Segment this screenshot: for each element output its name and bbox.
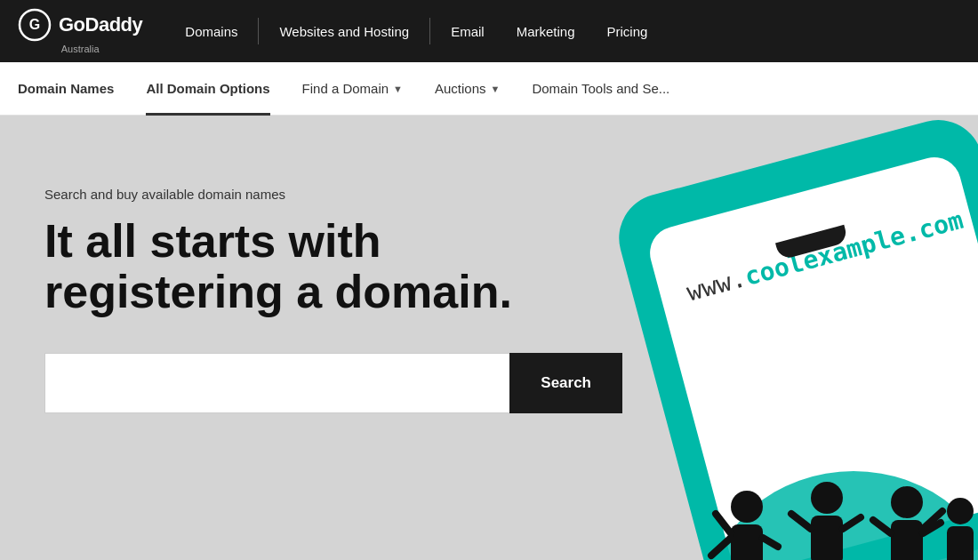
logo-subtitle: Australia (61, 44, 100, 54)
logo-text: GoDaddy (59, 13, 142, 36)
nav-link-domains[interactable]: Domains (169, 0, 253, 62)
hero-section: Search and buy available domain names It… (0, 116, 978, 560)
phone-url: www.coolexample.com (684, 205, 966, 308)
hero-subtitle: Search and buy available domain names (44, 187, 622, 202)
nav-link-email[interactable]: Email (435, 0, 501, 62)
subnav-domain-names[interactable]: Domain Names (18, 62, 130, 116)
subnav-auctions-label: Auctions (435, 81, 486, 96)
subnav-domain-names-label: Domain Names (18, 81, 114, 96)
svg-point-8 (811, 482, 843, 514)
chevron-down-icon-2: ▼ (491, 84, 501, 94)
nav-divider-1 (258, 18, 259, 44)
subnav-all-domain-options[interactable]: All Domain Options (130, 62, 285, 116)
svg-rect-9 (811, 516, 843, 560)
nav-link-pricing[interactable]: Pricing (591, 0, 664, 62)
svg-point-3 (731, 491, 763, 523)
svg-rect-13 (891, 520, 923, 560)
svg-text:G: G (29, 17, 40, 32)
people-illustration (676, 418, 978, 560)
domain-search-input[interactable] (44, 353, 509, 413)
top-navigation: G GoDaddy Australia Domains Websites and… (0, 0, 978, 62)
phone-illustration: www.coolexample.com (587, 151, 978, 560)
subnav-find-a-domain-label: Find a Domain (302, 81, 389, 96)
phone-url-teal: coolexample.com (742, 205, 966, 292)
svg-point-12 (891, 486, 923, 518)
hero-title: It all starts with registering a domain. (44, 216, 578, 317)
nav-link-websites-hosting[interactable]: Websites and Hosting (263, 0, 425, 62)
subnav-all-domain-options-label: All Domain Options (146, 81, 269, 96)
sub-navigation: Domain Names All Domain Options Find a D… (0, 62, 978, 116)
chevron-down-icon: ▼ (393, 84, 403, 94)
nav-link-marketing[interactable]: Marketing (501, 0, 591, 62)
nav-divider-2 (429, 18, 430, 44)
top-nav-links: Domains Websites and Hosting Email Marke… (169, 0, 960, 62)
svg-rect-18 (947, 526, 974, 560)
logo-icon: G GoDaddy (18, 8, 142, 42)
svg-point-17 (947, 498, 974, 524)
svg-line-7 (716, 514, 731, 533)
hero-content: Search and buy available domain names It… (44, 187, 622, 413)
subnav-domain-tools[interactable]: Domain Tools and Se... (516, 62, 685, 116)
svg-rect-4 (731, 524, 763, 560)
subnav-domain-tools-label: Domain Tools and Se... (532, 81, 669, 96)
subnav-auctions[interactable]: Auctions ▼ (419, 62, 516, 116)
subnav-find-a-domain[interactable]: Find a Domain ▼ (286, 62, 419, 116)
search-button[interactable]: Search (509, 353, 622, 413)
godaddy-logo-icon: G (18, 8, 52, 42)
logo-area[interactable]: G GoDaddy Australia (18, 8, 142, 54)
domain-search-bar: Search (44, 353, 622, 413)
